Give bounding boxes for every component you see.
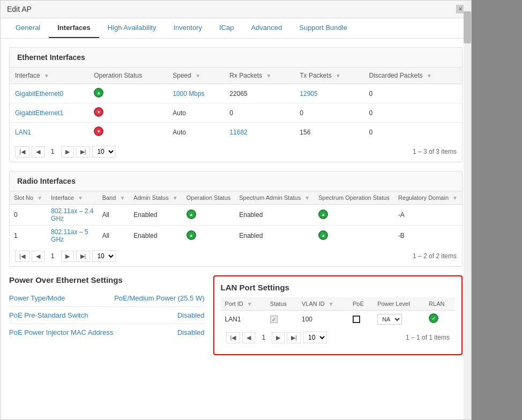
lan-col-port-id: Port ID ▼ xyxy=(221,297,266,311)
eth-discarded-0: 0 xyxy=(363,84,462,103)
eth-interface-1[interactable]: GigabitEthernet1 xyxy=(10,103,88,123)
power-level-select[interactable]: NA xyxy=(377,314,402,325)
interface-filter-icon[interactable]: ▼ xyxy=(44,73,49,79)
eth-interface-2[interactable]: LAN1 xyxy=(10,123,88,142)
prev-page-button[interactable]: ◀ xyxy=(32,146,44,158)
discarded-filter-icon[interactable]: ▼ xyxy=(427,73,432,79)
radio-band-1: All xyxy=(98,226,130,246)
speed-filter-icon[interactable]: ▼ xyxy=(195,73,200,79)
scrollbar-thumb[interactable] xyxy=(464,11,471,43)
radio-spec-op-icon-0 xyxy=(318,209,328,219)
radio-first-page-button[interactable]: |◀ xyxy=(15,251,29,262)
lan-prev-page-button[interactable]: ◀ xyxy=(242,332,255,343)
radio-slot-1: 1 xyxy=(10,226,47,246)
lan-last-page-button[interactable]: ▶| xyxy=(287,332,301,343)
per-page-select[interactable]: 10 25 50 xyxy=(92,146,116,158)
eth-tx-1: 0 xyxy=(294,103,363,123)
port-id-filter-icon[interactable]: ▼ xyxy=(247,301,252,307)
lan-page-number: 1 xyxy=(257,332,270,343)
table-row: LAN1 Auto 11682 156 0 xyxy=(10,123,462,142)
lan-status-checkbox[interactable]: ✓ xyxy=(270,316,278,323)
status-down-icon xyxy=(94,107,103,117)
table-row: GigabitEthernet1 Auto 0 0 0 xyxy=(10,103,462,123)
radio-spec-admin-0: Enabled xyxy=(235,205,314,226)
radio-page-info: 1 – 2 of 2 items xyxy=(413,252,457,260)
scrollbar[interactable] xyxy=(464,1,471,419)
tx-filter-icon[interactable]: ▼ xyxy=(335,73,341,79)
poe-label-1: PoE Pre-Standard Switch xyxy=(9,311,88,319)
poe-label-0: Power Type/Mode xyxy=(9,294,65,302)
lan-rlan-0 xyxy=(424,311,455,328)
lan-col-vlan: VLAN ID ▼ xyxy=(297,297,348,311)
lan-first-page-button[interactable]: |◀ xyxy=(226,332,241,343)
radio-section-header: Radio Interfaces xyxy=(10,171,462,191)
status-up-icon xyxy=(94,88,103,98)
eth-tx-0: 12905 xyxy=(294,84,363,103)
tab-inventory[interactable]: Inventory xyxy=(165,18,210,38)
lan-col-power-level: Power Level xyxy=(373,297,424,311)
radio-col-op: Operation Status xyxy=(182,191,235,205)
lan-next-page-button[interactable]: ▶ xyxy=(272,332,285,343)
eth-speed-2: Auto xyxy=(167,123,224,142)
band-filter-icon[interactable]: ▼ xyxy=(120,195,125,201)
radio-spec-admin-1: Enabled xyxy=(235,226,314,246)
rx-filter-icon[interactable]: ▼ xyxy=(266,73,271,79)
eth-col-discarded: Discarded Packets ▼ xyxy=(363,68,462,84)
eth-status-0 xyxy=(88,84,167,103)
radio-col-admin: Admin Status ▼ xyxy=(129,191,182,205)
radio-col-spec-op: Spectrum Operation Status xyxy=(314,191,394,205)
lan-poe-checkbox[interactable] xyxy=(353,316,360,323)
eth-col-status: Operation Status xyxy=(88,68,167,84)
admin-filter-icon[interactable]: ▼ xyxy=(173,195,178,201)
table-row: GigabitEthernet0 1000 Mbps 22065 12905 0 xyxy=(10,84,462,103)
eth-status-2 xyxy=(88,123,167,142)
radio-prev-page-button[interactable]: ◀ xyxy=(32,251,44,262)
poe-section-title: Power Over Ethernet Settings xyxy=(9,275,205,284)
radio-interface-0[interactable]: 802.11ax – 2.4 GHz xyxy=(47,205,98,226)
table-row: 0 802.11ax – 2.4 GHz All Enabled Enabled… xyxy=(10,205,462,226)
radio-op-0 xyxy=(182,205,235,226)
radio-regulatory-1: -B xyxy=(394,226,462,246)
eth-status-1 xyxy=(88,103,167,123)
first-page-button[interactable]: |◀ xyxy=(15,146,29,158)
last-page-button[interactable]: ▶| xyxy=(76,146,91,158)
tab-support-bundle[interactable]: Support Bundle xyxy=(290,18,356,38)
ethernet-section-header: Ethernet Interfaces xyxy=(10,48,462,68)
vlan-filter-icon[interactable]: ▼ xyxy=(329,301,334,307)
radio-next-page-button[interactable]: ▶ xyxy=(61,251,74,262)
next-page-button[interactable]: ▶ xyxy=(61,146,74,158)
spec-admin-filter-icon[interactable]: ▼ xyxy=(304,195,310,201)
status-down-icon xyxy=(94,126,103,136)
tab-high-availability[interactable]: High Availability xyxy=(99,18,165,38)
lan-vlan-0: 100 xyxy=(297,311,348,328)
ethernet-interfaces-section: Ethernet Interfaces Interface ▼ Operatio… xyxy=(9,47,463,162)
radio-slot-0: 0 xyxy=(10,205,47,226)
content-area: Ethernet Interfaces Interface ▼ Operatio… xyxy=(1,39,471,416)
radio-per-page-select[interactable]: 10 25 xyxy=(92,250,116,262)
radio-interface-filter-icon[interactable]: ▼ xyxy=(78,195,83,201)
eth-interface-0[interactable]: GigabitEthernet0 xyxy=(10,84,88,103)
tab-advanced[interactable]: Advanced xyxy=(242,18,290,38)
tab-interfaces[interactable]: Interfaces xyxy=(49,18,99,38)
regulatory-filter-icon[interactable]: ▼ xyxy=(452,195,458,201)
lan-per-page-select[interactable]: 10 25 xyxy=(303,332,327,343)
lan-page-info: 1 – 1 of 1 items xyxy=(406,334,450,341)
radio-spec-op-0 xyxy=(314,205,394,226)
radio-admin-1: Enabled xyxy=(129,226,182,246)
tab-general[interactable]: General xyxy=(7,18,49,38)
eth-rx-0: 22065 xyxy=(224,84,294,103)
radio-col-interface: Interface ▼ xyxy=(47,191,98,205)
slot-filter-icon[interactable]: ▼ xyxy=(37,195,42,201)
radio-col-slot: Slot No ▼ xyxy=(10,191,47,205)
lan-status-0: ✓ xyxy=(266,311,297,328)
eth-speed-1: Auto xyxy=(167,103,224,123)
radio-interface-1[interactable]: 802.11ax – 5 GHz xyxy=(47,226,98,246)
radio-op-status-icon-0 xyxy=(187,209,196,219)
page-number: 1 xyxy=(47,146,59,157)
poe-section: Power Over Ethernet Settings Power Type/… xyxy=(9,275,205,355)
radio-last-page-button[interactable]: ▶| xyxy=(76,251,91,262)
tab-icap[interactable]: ICap xyxy=(211,18,242,38)
eth-speed-0: 1000 Mbps xyxy=(167,84,224,103)
eth-rx-1: 0 xyxy=(224,103,294,123)
eth-col-speed: Speed ▼ xyxy=(167,68,224,84)
